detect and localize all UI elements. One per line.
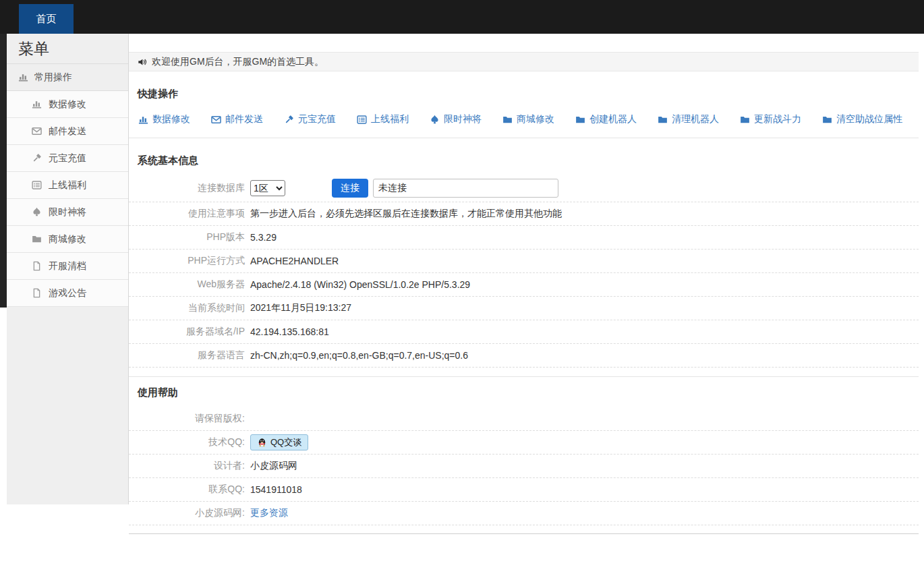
row-label: 设计者: — [129, 460, 245, 472]
gavel-icon — [32, 153, 42, 163]
quick-link-clear-assist-attrs[interactable]: 清空助战位属性 — [822, 113, 902, 125]
system-info-title: 系统基本信息 — [138, 154, 919, 167]
sidebar-item-label: 上线福利 — [49, 179, 86, 192]
table-row-tech-qq: 技术QQ: QQ交谈 — [129, 431, 919, 455]
qq-chat-label: QQ交谈 — [270, 436, 301, 448]
row-value: 5.3.29 — [250, 232, 277, 243]
main-content: 欢迎使用GM后台，开服GM的首选工具。 快捷操作 数据修改 邮件发送 元宝充值 … — [129, 34, 919, 584]
sidebar-item-mall-edit[interactable]: 商城修改 — [7, 226, 128, 253]
row-label: 使用注意事项 — [129, 208, 245, 220]
sidebar-dark-strip — [0, 34, 7, 308]
speaker-icon — [138, 57, 147, 67]
sidebar-item-label: 商城修改 — [49, 233, 86, 245]
tab-home[interactable]: 首页 — [19, 4, 74, 34]
spade-icon — [32, 207, 42, 217]
topbar: 首页 — [0, 0, 924, 34]
sidebar-item-label: 数据修改 — [49, 98, 86, 111]
row-label: PHP版本 — [129, 231, 245, 243]
table-row-designer: 设计者: 小皮源码网 — [129, 455, 919, 478]
row-label: 联系QQ: — [129, 484, 245, 496]
row-value: Apache/2.4.18 (Win32) OpenSSL/1.0.2e PHP… — [250, 279, 470, 290]
sidebar-group-common-operations[interactable]: 常用操作 — [7, 64, 128, 91]
row-value: APACHE2HANDLER — [250, 256, 339, 266]
quick-link-limited-hero[interactable]: 限时神将 — [430, 113, 482, 125]
sidebar-item-game-announcement[interactable]: 游戏公告 — [7, 280, 128, 307]
gavel-icon — [284, 115, 294, 125]
sidebar-item-mail-send[interactable]: 邮件发送 — [7, 118, 128, 145]
table-row-server-language: 服务器语言 zh-CN,zh;q=0.9,en;q=0.8,en-GB;q=0.… — [129, 344, 919, 368]
help-table: 请保留版权: 技术QQ: QQ交谈 设计者: 小皮源码网 — [129, 407, 919, 525]
quick-link-label: 更新战斗力 — [754, 113, 801, 125]
sidebar-group-label: 常用操作 — [34, 71, 72, 84]
tab-home-label: 首页 — [36, 13, 57, 26]
quick-link-online-welfare[interactable]: 上线福利 — [357, 113, 409, 125]
quick-actions-title: 快捷操作 — [138, 88, 919, 100]
quick-link-mail-send[interactable]: 邮件发送 — [211, 113, 263, 125]
folder-icon — [32, 234, 42, 244]
envelope-icon — [32, 126, 42, 136]
list-icon — [32, 180, 42, 190]
table-row-web-server: Web服务器 Apache/2.4.18 (Win32) OpenSSL/1.0… — [129, 273, 919, 297]
sidebar-item-data-edit[interactable]: 数据修改 — [7, 91, 128, 118]
quick-link-clean-robot[interactable]: 清理机器人 — [658, 113, 719, 125]
table-row-system-time: 当前系统时间 2021年11月5日19:13:27 — [129, 297, 919, 320]
sidebar-item-ingot-recharge[interactable]: 元宝充值 — [7, 145, 128, 172]
quick-link-update-power[interactable]: 更新战斗力 — [740, 113, 801, 125]
file-icon — [32, 288, 42, 298]
row-label: PHP运行方式 — [129, 255, 245, 267]
qq-penguin-icon — [257, 438, 267, 448]
folder-icon — [740, 115, 750, 125]
zone-select[interactable]: 1区 — [250, 180, 285, 196]
quick-link-label: 上线福利 — [371, 113, 409, 125]
row-label: 服务器域名/IP — [129, 326, 245, 338]
sidebar-item-label: 元宝充值 — [49, 152, 86, 165]
quick-actions-links: 数据修改 邮件发送 元宝充值 上线福利 限时神将 商城修改 创建机器人 清理机 — [138, 113, 919, 125]
bar-chart-icon — [18, 72, 28, 82]
table-row-php-sapi: PHP运行方式 APACHE2HANDLER — [129, 250, 919, 273]
quick-link-label: 元宝充值 — [298, 113, 336, 125]
quick-link-label: 数据修改 — [152, 113, 190, 125]
connect-button[interactable]: 连接 — [332, 179, 368, 198]
folder-icon — [658, 115, 668, 125]
table-row-copyright: 请保留版权: — [129, 407, 919, 431]
row-value: 42.194.135.168:81 — [250, 326, 329, 337]
sidebar-item-online-welfare[interactable]: 上线福利 — [7, 172, 128, 199]
row-label: Web服务器 — [129, 279, 245, 291]
row-label: 技术QQ: — [129, 436, 245, 448]
quick-link-mall-edit[interactable]: 商城修改 — [502, 113, 554, 125]
system-info-table: 连接数据库 1区 连接 使用注意事项 第一步进入后台，必须先选择区服后在连接数据… — [129, 175, 919, 368]
more-resources-link[interactable]: 更多资源 — [250, 507, 288, 519]
quick-link-ingot-recharge[interactable]: 元宝充值 — [284, 113, 336, 125]
row-label: 小皮源码网: — [129, 507, 245, 519]
sidebar-title: 菜单 — [7, 34, 128, 64]
table-row-connect-db: 连接数据库 1区 连接 — [129, 175, 919, 202]
envelope-icon — [211, 115, 221, 125]
content-bottom-border — [129, 533, 919, 534]
sidebar-item-label: 游戏公告 — [49, 287, 86, 299]
connection-status-input[interactable] — [373, 179, 558, 198]
quick-link-label: 限时神将 — [444, 113, 482, 125]
sidebar-item-label: 限时神将 — [49, 206, 86, 218]
qq-chat-button[interactable]: QQ交谈 — [250, 434, 308, 450]
row-value: 2021年11月5日19:13:27 — [250, 302, 351, 314]
row-value: 1541911018 — [250, 484, 302, 495]
table-row-server-ip: 服务器域名/IP 42.194.135.168:81 — [129, 320, 919, 344]
sidebar-item-label: 邮件发送 — [49, 125, 86, 138]
quick-link-data-edit[interactable]: 数据修改 — [138, 113, 190, 125]
row-label: 请保留版权: — [129, 413, 245, 425]
welcome-banner: 欢迎使用GM后台，开服GM的首选工具。 — [129, 52, 919, 71]
row-value: zh-CN,zh;q=0.9,en;q=0.8,en-GB;q=0.7,en-U… — [250, 350, 468, 361]
row-value: 小皮源码网 — [250, 460, 297, 472]
quick-link-create-robot[interactable]: 创建机器人 — [575, 113, 637, 125]
quick-link-label: 商城修改 — [517, 113, 554, 125]
row-label: 连接数据库 — [129, 182, 245, 194]
sidebar-item-limited-hero[interactable]: 限时神将 — [7, 199, 128, 226]
folder-icon — [575, 115, 585, 125]
table-row-usage-notes: 使用注意事项 第一步进入后台，必须先选择区服后在连接数据库，才能正常使用其他功能 — [129, 202, 919, 226]
table-row-more-resources: 小皮源码网: 更多资源 — [129, 502, 919, 525]
file-icon — [32, 261, 42, 271]
section-divider — [129, 138, 919, 138]
row-label: 服务器语言 — [129, 349, 245, 361]
sidebar-item-server-wipe[interactable]: 开服清档 — [7, 253, 128, 280]
folder-icon — [502, 115, 513, 125]
